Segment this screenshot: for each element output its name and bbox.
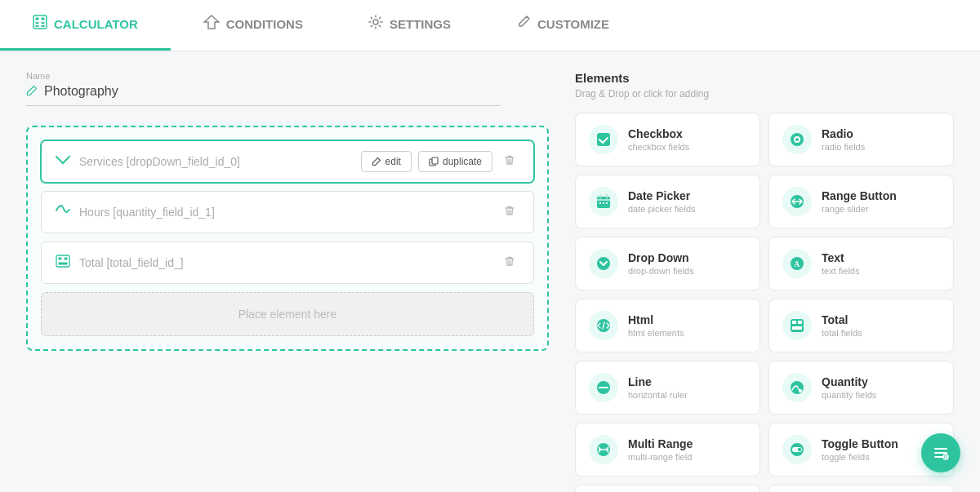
element-card-html[interactable]: Html html elements — [575, 299, 760, 352]
right-panel: Elements Drag & Drop or click for adding… — [575, 71, 954, 492]
dropdown-icon — [55, 154, 71, 169]
element-card-total[interactable]: Total total fields — [768, 299, 954, 352]
svg-rect-28 — [792, 321, 796, 324]
svg-point-17 — [795, 138, 799, 141]
element-card-radio[interactable]: Radio radio fields — [768, 113, 954, 166]
svg-text:A: A — [794, 259, 800, 268]
svg-rect-12 — [65, 258, 68, 260]
conditions-icon — [203, 15, 220, 33]
svg-point-23 — [597, 257, 610, 270]
text-card-text: Text text fields — [822, 251, 859, 276]
settings-icon — [368, 15, 383, 33]
delete-button-total[interactable] — [499, 252, 520, 273]
elements-subtitle: Drag & Drop or click for adding — [575, 88, 954, 100]
svg-rect-2 — [42, 18, 45, 20]
fab-button[interactable] — [921, 433, 960, 472]
total-icon — [55, 255, 71, 271]
checkbox-card-text: Checkbox checkbox fields — [628, 127, 689, 152]
tab-calculator-label: CALCULATOR — [54, 17, 138, 31]
svg-rect-6 — [42, 25, 45, 27]
elements-grid: Checkbox checkbox fields Radio radio fie… — [575, 113, 954, 492]
left-panel: Name Photography Services — [26, 71, 549, 492]
delete-button-hours[interactable] — [499, 202, 520, 223]
tab-customize[interactable]: CUSTOMIZE — [483, 0, 642, 51]
field-actions-services: edit duplicate — [361, 151, 520, 172]
name-field[interactable]: Photography — [26, 84, 500, 106]
svg-rect-21 — [606, 202, 608, 204]
svg-point-7 — [373, 20, 378, 24]
svg-rect-13 — [59, 263, 68, 265]
element-card-line[interactable]: Line horizontal ruler — [575, 361, 760, 414]
field-row-hours: Hours [quantity_field_id_1] — [41, 191, 534, 233]
total-card-icon — [782, 311, 812, 340]
svg-rect-32 — [599, 387, 608, 388]
svg-rect-4 — [42, 22, 45, 24]
html-card-text: Html html elements — [628, 313, 684, 338]
tab-settings[interactable]: SETTINGS — [336, 0, 483, 51]
field-left-services: Services [dropDown_field_id_0] — [55, 154, 240, 169]
toggle-button-card-text: Toggle Button toggle fields — [822, 437, 898, 462]
name-label: Name — [26, 71, 549, 81]
tab-calculator[interactable]: CALCULATOR — [0, 0, 171, 51]
field-label-total: Total [total_field_id_] — [79, 256, 184, 269]
quantity-card-text: Quantity quantity fields — [822, 375, 876, 400]
main-content: Name Photography Services — [0, 51, 980, 492]
tab-customize-label: CUSTOMIZE — [537, 17, 609, 31]
multi-range-card-text: Multi Range multi-range field — [628, 437, 693, 462]
radio-card-icon — [782, 125, 812, 154]
tab-conditions[interactable]: CONDITIONS — [171, 0, 336, 51]
svg-point-38 — [798, 448, 801, 451]
element-card-checkbox[interactable]: Checkbox checkbox fields — [575, 113, 760, 166]
elements-title: Elements — [575, 71, 954, 85]
svg-rect-42 — [934, 448, 947, 450]
field-row-services: Services [dropDown_field_id_0] edit dupl… — [41, 140, 534, 183]
field-area: Services [dropDown_field_id_0] edit dupl… — [26, 126, 549, 351]
tab-conditions-label: CONDITIONS — [226, 17, 303, 31]
svg-rect-19 — [599, 202, 601, 204]
element-card-date-picker[interactable]: Date Picker date picker fields — [575, 175, 760, 228]
svg-rect-5 — [36, 25, 39, 27]
drop-down-card-text: Drop Down drop-down fields — [628, 251, 694, 276]
name-edit-icon — [26, 85, 38, 99]
duplicate-button-services[interactable]: duplicate — [418, 151, 492, 172]
element-card-drop-down-with-image[interactable]: Drop Down With Image drop-down with imag… — [768, 485, 954, 492]
range-button-card-text: Range Button range slider — [822, 189, 897, 214]
svg-rect-29 — [798, 321, 802, 324]
text-card-icon: A — [782, 249, 812, 278]
calculator-icon — [33, 15, 47, 33]
multi-range-card-icon — [589, 435, 618, 464]
field-row-total: Total [total_field_id_] — [41, 242, 534, 284]
field-left-total: Total [total_field_id_] — [55, 255, 184, 271]
drop-down-card-icon — [589, 249, 618, 278]
place-element-zone[interactable]: Place element here — [41, 292, 534, 336]
radio-card-text: Radio radio fields — [822, 127, 865, 152]
line-card-text: Line horizontal ruler — [628, 375, 688, 400]
svg-rect-43 — [934, 452, 947, 454]
element-card-text[interactable]: A Text text fields — [768, 237, 954, 290]
quantity-icon — [55, 205, 71, 219]
field-label-hours: Hours [quantity_field_id_1] — [79, 206, 215, 219]
delete-button-services[interactable] — [499, 151, 520, 172]
svg-rect-30 — [792, 326, 802, 330]
edit-button-services[interactable]: edit — [361, 151, 412, 172]
customize-icon — [516, 15, 531, 33]
field-label-services: Services [dropDown_field_id_0] — [79, 155, 240, 168]
svg-rect-9 — [432, 157, 438, 164]
total-card-text: Total total fields — [822, 313, 862, 338]
date-picker-card-text: Date Picker date picker fields — [628, 189, 696, 214]
html-card-icon — [589, 311, 618, 340]
svg-point-33 — [791, 381, 804, 394]
toggle-button-card-icon — [782, 435, 812, 464]
line-card-icon — [589, 373, 618, 402]
element-card-file-upload[interactable]: File Upload file upload field — [575, 485, 760, 492]
checkbox-card-icon — [589, 125, 618, 154]
quantity-card-icon — [782, 373, 812, 402]
element-card-multi-range[interactable]: Multi Range multi-range field — [575, 423, 760, 476]
svg-rect-3 — [36, 22, 39, 24]
svg-rect-11 — [59, 258, 62, 260]
svg-rect-10 — [56, 255, 69, 267]
element-card-range-button[interactable]: Range Button range slider — [768, 175, 954, 228]
svg-rect-0 — [33, 16, 47, 29]
element-card-quantity[interactable]: Quantity quantity fields — [768, 361, 954, 414]
element-card-drop-down[interactable]: Drop Down drop-down fields — [575, 237, 760, 290]
